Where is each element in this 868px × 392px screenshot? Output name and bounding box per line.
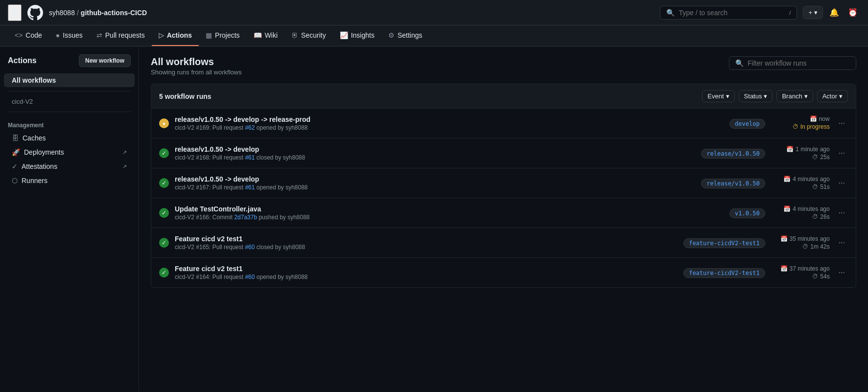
more-options-button[interactable]: ··· bbox=[836, 147, 848, 160]
search-shortcut: / bbox=[789, 10, 791, 16]
more-options-button[interactable]: ··· bbox=[836, 207, 848, 219]
run-row[interactable]: ✓ Feature cicd v2 test1 cicd-V2 #165: Pu… bbox=[151, 228, 856, 258]
status-filter-button[interactable]: Status ▾ bbox=[739, 90, 773, 102]
global-search[interactable]: 🔍 / bbox=[660, 6, 797, 20]
run-info: Feature cicd v2 test1 cicd-V2 #165: Pull… bbox=[175, 235, 678, 251]
main-title-block: All workflows Showing runs from all work… bbox=[151, 56, 242, 76]
tab-issues[interactable]: ● Issues bbox=[49, 25, 90, 46]
branch-badge[interactable]: v1.0.50 bbox=[729, 208, 765, 218]
hamburger-menu[interactable]: ☰ bbox=[8, 4, 22, 21]
code-icon: <> bbox=[15, 31, 23, 39]
layout: Actions New workflow All workflows cicd-… bbox=[0, 46, 868, 391]
tab-pullrequests[interactable]: ⇄ Pull requests bbox=[90, 25, 152, 46]
notifications-button[interactable]: 🔔 bbox=[827, 5, 842, 20]
more-options-button[interactable]: ··· bbox=[836, 266, 848, 279]
pr-link[interactable]: #60 bbox=[245, 274, 255, 280]
filter-search-box[interactable]: 🔍 bbox=[729, 56, 856, 70]
run-branch[interactable]: v1.0.50 bbox=[729, 209, 765, 217]
actor-filter-chevron: ▾ bbox=[839, 92, 843, 100]
more-options-button[interactable]: ··· bbox=[836, 236, 848, 249]
run-row[interactable]: ● release/v1.0.50 -> develop -> release-… bbox=[151, 109, 856, 138]
page-title: All workflows bbox=[151, 56, 242, 68]
tab-security[interactable]: ⛨ Security bbox=[284, 25, 333, 46]
run-meta: cicd-V2 #168: Pull request #61 closed by… bbox=[175, 154, 695, 161]
more-options-button[interactable]: ··· bbox=[836, 177, 848, 189]
sidebar-item-runners[interactable]: ⬡ Runners bbox=[4, 174, 135, 187]
run-title-link[interactable]: Feature cicd v2 test1 bbox=[175, 265, 243, 273]
run-branch[interactable]: feature-cicdV2-test1 bbox=[683, 239, 765, 247]
run-branch[interactable]: release/v1.0.50 bbox=[701, 179, 765, 187]
tab-insights[interactable]: 📈 Insights bbox=[333, 25, 381, 46]
run-more[interactable]: ··· bbox=[836, 117, 848, 130]
caches-icon: 🗄 bbox=[12, 134, 19, 142]
pr-link[interactable]: #61 bbox=[245, 154, 255, 161]
run-more[interactable]: ··· bbox=[836, 266, 848, 279]
run-branch[interactable]: release/v1.0.50 bbox=[701, 149, 765, 157]
sidebar-item-attestations[interactable]: ✓ Attestations ↗ bbox=[4, 160, 135, 173]
sidebar-item-caches[interactable]: 🗄 Caches bbox=[4, 131, 135, 145]
sidebar-item-cicd-v2[interactable]: cicd-V2 bbox=[4, 95, 135, 108]
branch-badge[interactable]: develop bbox=[729, 119, 765, 129]
sidebar-item-deployments[interactable]: 🚀 Deployments ↗ bbox=[4, 145, 135, 159]
run-status-icon-wrapper: ✓ bbox=[159, 268, 169, 277]
branch-badge[interactable]: release/v1.0.50 bbox=[701, 149, 765, 159]
filter-input[interactable] bbox=[748, 59, 850, 67]
run-title-link[interactable]: release/v1.0.50 -> develop bbox=[175, 175, 259, 183]
more-options-button[interactable]: ··· bbox=[836, 117, 848, 130]
run-title-link[interactable]: Feature cicd v2 test1 bbox=[175, 235, 243, 243]
tab-wiki[interactable]: 📖 Wiki bbox=[247, 25, 284, 46]
event-filter-button[interactable]: Event ▾ bbox=[702, 90, 734, 102]
run-branch[interactable]: develop bbox=[729, 119, 765, 127]
pr-link[interactable]: #62 bbox=[245, 124, 255, 131]
run-more[interactable]: ··· bbox=[836, 236, 848, 249]
main-header: All workflows Showing runs from all work… bbox=[151, 56, 856, 76]
stopwatch-icon: ⏱ bbox=[812, 184, 818, 190]
tab-actions[interactable]: ▷ Actions bbox=[152, 25, 199, 46]
sidebar-item-all-workflows[interactable]: All workflows bbox=[4, 73, 135, 87]
branch-badge[interactable]: release/v1.0.50 bbox=[701, 179, 765, 188]
new-workflow-button[interactable]: New workflow bbox=[79, 54, 131, 67]
commit-link[interactable]: 2d7a37b bbox=[234, 214, 257, 221]
clock-icon-button[interactable]: ⏰ bbox=[845, 5, 860, 20]
run-row[interactable]: ✓ release/v1.0.50 -> develop cicd-V2 #16… bbox=[151, 168, 856, 198]
clock-spin-icon: ⏱ bbox=[793, 123, 798, 130]
run-title-link[interactable]: Update TestController.java bbox=[175, 205, 261, 213]
settings-icon: ⚙ bbox=[388, 31, 395, 39]
run-info: release/v1.0.50 -> develop -> release-pr… bbox=[175, 115, 724, 131]
run-row[interactable]: ✓ Feature cicd v2 test1 cicd-V2 #164: Pu… bbox=[151, 258, 856, 287]
repo-link[interactable]: github-actions-CICD bbox=[81, 9, 147, 17]
run-title-link[interactable]: release/v1.0.50 -> develop -> release-pr… bbox=[175, 115, 310, 123]
calendar-icon: 📅 bbox=[783, 206, 791, 212]
run-time-ago: 📅 4 minutes ago bbox=[771, 176, 830, 183]
tab-code[interactable]: <> Code bbox=[8, 25, 49, 46]
search-input[interactable] bbox=[679, 9, 785, 17]
run-title-link[interactable]: release/v1.0.50 -> develop bbox=[175, 145, 259, 153]
run-more[interactable]: ··· bbox=[836, 177, 848, 189]
branch-badge[interactable]: feature-cicdV2-test1 bbox=[683, 268, 765, 278]
runs-filters: Event ▾ Status ▾ Branch ▾ Actor ▾ bbox=[702, 90, 848, 102]
sidebar-header: Actions New workflow bbox=[0, 54, 139, 73]
username-link[interactable]: syh8088 bbox=[49, 9, 75, 17]
actor-filter-button[interactable]: Actor ▾ bbox=[817, 90, 848, 102]
status-in-progress-icon: ● bbox=[159, 118, 169, 128]
run-row[interactable]: ✓ Update TestController.java cicd-V2 #16… bbox=[151, 198, 856, 228]
plus-button[interactable]: + ▾ bbox=[803, 6, 823, 19]
run-branch[interactable]: feature-cicdV2-test1 bbox=[683, 269, 765, 277]
run-more[interactable]: ··· bbox=[836, 207, 848, 219]
branch-badge[interactable]: feature-cicdV2-test1 bbox=[683, 238, 765, 248]
run-info: Feature cicd v2 test1 cicd-V2 #164: Pull… bbox=[175, 265, 678, 280]
branch-filter-button[interactable]: Branch ▾ bbox=[776, 90, 813, 102]
tab-projects[interactable]: ▦ Projects bbox=[199, 25, 247, 46]
run-status-text: ⏱ In progress bbox=[771, 123, 830, 130]
pr-icon: ⇄ bbox=[96, 31, 102, 39]
pr-link[interactable]: #61 bbox=[245, 184, 255, 191]
insights-icon: 📈 bbox=[340, 31, 348, 39]
tab-settings[interactable]: ⚙ Settings bbox=[381, 25, 429, 46]
runners-icon: ⬡ bbox=[12, 177, 18, 184]
run-row[interactable]: ✓ release/v1.0.50 -> develop cicd-V2 #16… bbox=[151, 138, 856, 168]
run-meta: cicd-V2 #169: Pull request #62 opened by… bbox=[175, 124, 724, 131]
run-more[interactable]: ··· bbox=[836, 147, 848, 160]
run-status-icon-wrapper: ✓ bbox=[159, 208, 169, 218]
pr-link[interactable]: #60 bbox=[245, 244, 255, 251]
sidebar: Actions New workflow All workflows cicd-… bbox=[0, 46, 139, 391]
